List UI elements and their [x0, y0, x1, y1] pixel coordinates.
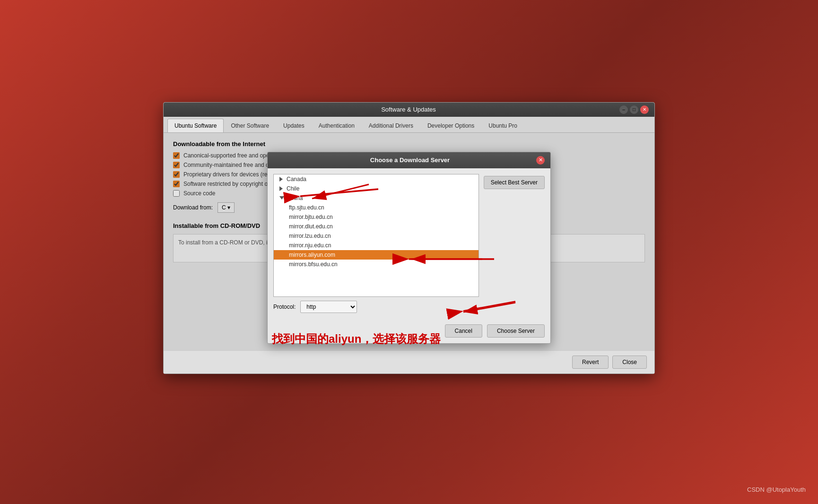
- dialog-overlay: Choose a Download Server ✕ Canada: [164, 133, 654, 350]
- cancel-button[interactable]: Cancel: [445, 324, 482, 338]
- dialog-title-bar: Choose a Download Server ✕: [268, 152, 550, 168]
- maximize-button[interactable]: □: [630, 105, 638, 114]
- tree-canada[interactable]: Canada: [274, 174, 479, 184]
- tree-mirror-lzu-label: mirror.lzu.edu.cn: [289, 233, 331, 239]
- dialog-top-row: Canada Chile China: [273, 174, 545, 297]
- tree-chile[interactable]: Chile: [274, 184, 479, 193]
- tree-mirrors-aliyun-label: mirrors.aliyun.com: [289, 252, 335, 258]
- tree-mirrors-bfsu[interactable]: mirrors.bfsu.edu.cn: [274, 260, 479, 269]
- tree-mirror-bjtu[interactable]: mirror.bjtu.edu.cn: [274, 212, 479, 222]
- dialog-close-button[interactable]: ✕: [536, 156, 545, 165]
- protocol-row: Protocol: http ftp: [273, 301, 545, 313]
- tree-mirrors-aliyun[interactable]: mirrors.aliyun.com: [274, 250, 479, 260]
- window-title: Software & Updates: [198, 106, 619, 113]
- tree-chile-label: Chile: [287, 185, 299, 192]
- tab-updates[interactable]: Updates: [276, 119, 312, 132]
- choose-server-dialog: Choose a Download Server ✕ Canada: [267, 152, 551, 344]
- tree-mirror-bjtu-label: mirror.bjtu.edu.cn: [289, 214, 333, 220]
- revert-button[interactable]: Revert: [572, 356, 609, 369]
- tree-china-label: China: [288, 195, 303, 201]
- tree-china[interactable]: China: [274, 193, 479, 203]
- tree-canada-label: Canada: [287, 176, 306, 182]
- dialog-title: Choose a Download Server: [284, 156, 536, 164]
- tab-bar: Ubuntu Software Other Software Updates A…: [164, 117, 654, 133]
- triangle-down-china: [279, 196, 284, 200]
- minimize-button[interactable]: –: [619, 105, 628, 114]
- tab-other-software[interactable]: Other Software: [224, 119, 276, 132]
- main-window-buttons: Revert Close: [164, 350, 654, 374]
- main-window: Software & Updates – □ ✕ Ubuntu Software…: [163, 102, 655, 374]
- tree-mirror-dlut[interactable]: mirror.dlut.edu.cn: [274, 222, 479, 231]
- triangle-right-canada: [279, 177, 283, 182]
- svg-text:CSDN @UtoplaYouth: CSDN @UtoplaYouth: [747, 486, 806, 493]
- tab-authentication[interactable]: Authentication: [312, 119, 362, 132]
- server-list[interactable]: Canada Chile China: [273, 174, 479, 297]
- content-area: Downloadable from the Internet Canonical…: [164, 133, 654, 350]
- tree-mirrors-bfsu-label: mirrors.bfsu.edu.cn: [289, 261, 338, 268]
- tree-ftp-sjtu-label: ftp.sjtu.edu.cn: [289, 204, 324, 211]
- tab-developer-options[interactable]: Developer Options: [420, 119, 481, 132]
- tab-ubuntu-software[interactable]: Ubuntu Software: [167, 119, 224, 132]
- select-best-server-button[interactable]: Select Best Server: [484, 176, 545, 189]
- choose-server-button[interactable]: Choose Server: [487, 324, 545, 338]
- triangle-right-chile: [279, 186, 283, 191]
- tab-additional-drivers[interactable]: Additional Drivers: [362, 119, 420, 132]
- protocol-select[interactable]: http ftp: [300, 301, 357, 313]
- tree-mirror-nju[interactable]: mirror.nju.edu.cn: [274, 241, 479, 250]
- tree-mirror-lzu[interactable]: mirror.lzu.edu.cn: [274, 231, 479, 241]
- window-controls: – □ ✕: [619, 105, 649, 114]
- title-bar: Software & Updates – □ ✕: [164, 103, 654, 117]
- protocol-label: Protocol:: [273, 304, 296, 310]
- tree-ftp-sjtu[interactable]: ftp.sjtu.edu.cn: [274, 203, 479, 212]
- dialog-buttons: Cancel Choose Server: [273, 320, 545, 338]
- close-button[interactable]: ✕: [640, 105, 649, 114]
- tree-mirror-dlut-label: mirror.dlut.edu.cn: [289, 223, 333, 230]
- tab-ubuntu-pro[interactable]: Ubuntu Pro: [481, 119, 524, 132]
- dialog-body: Canada Chile China: [268, 168, 550, 343]
- close-window-button[interactable]: Close: [612, 356, 647, 369]
- tree-mirror-nju-label: mirror.nju.edu.cn: [289, 242, 331, 249]
